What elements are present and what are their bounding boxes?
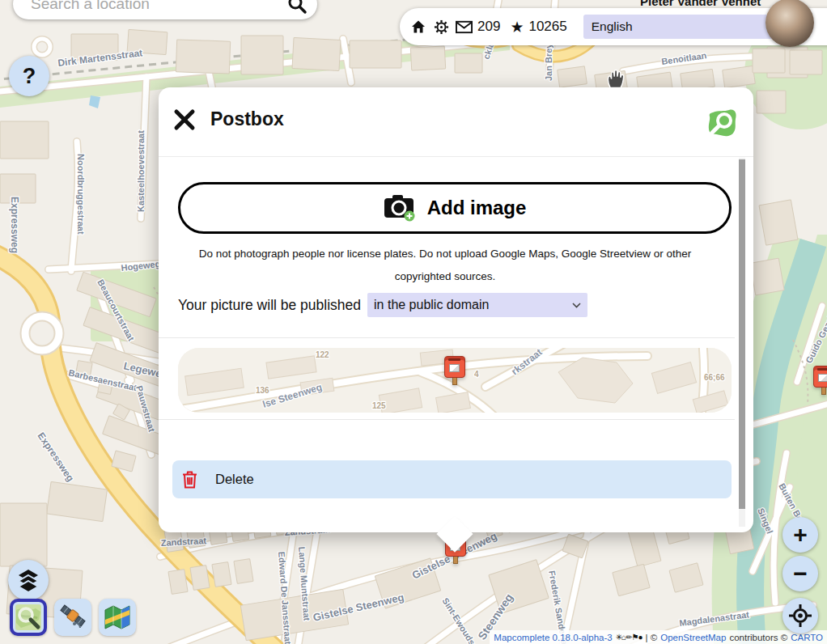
postbox-body — [444, 356, 465, 378]
style-satellite-button[interactable] — [54, 599, 91, 636]
delete-button[interactable]: Delete — [172, 460, 732, 498]
license-row: Your picture will be published in the pu… — [178, 293, 587, 317]
postbox-marker[interactable] — [444, 356, 465, 385]
postbox-slot — [448, 358, 460, 361]
svg-text:4: 4 — [474, 370, 479, 379]
camera-plus-icon — [384, 194, 416, 222]
zoom-in-button[interactable]: + — [782, 517, 818, 553]
svg-text:122: 122 — [316, 350, 329, 359]
folded-map-icon — [104, 604, 131, 631]
layers-icon — [16, 568, 40, 592]
search-input[interactable] — [29, 0, 286, 14]
star-icon: ★ — [510, 19, 524, 35]
osm-carto-icon — [15, 604, 42, 631]
crosshair-icon — [788, 604, 812, 628]
svg-text:136: 136 — [256, 386, 269, 395]
attribution-contributors: contributors © — [729, 633, 787, 642]
chevron-down-icon — [572, 303, 581, 308]
minus-icon: − — [793, 560, 808, 587]
license-select[interactable]: in the public domain — [367, 293, 587, 317]
satellite-icon — [59, 604, 87, 631]
user-name[interactable]: Pieter Vander Vennet — [640, 0, 761, 8]
carto-link[interactable]: CARTO — [791, 633, 823, 642]
help-button[interactable]: ? — [9, 56, 49, 96]
plus-icon: + — [793, 521, 808, 549]
geolocate-button[interactable] — [782, 598, 818, 633]
user-avatar[interactable] — [766, 0, 814, 47]
postbox-envelope — [449, 364, 460, 372]
grab-hand-cursor — [604, 66, 626, 91]
dialog-scrollbar-thumb[interactable] — [739, 159, 745, 509]
language-select[interactable]: English — [583, 15, 784, 39]
background-style-switcher — [10, 599, 136, 636]
style-map-button[interactable] — [99, 599, 136, 636]
add-image-button[interactable]: Add image — [178, 182, 732, 234]
question-mark-icon: ? — [23, 64, 36, 89]
style-osm-button[interactable] — [10, 599, 47, 636]
delete-label: Delete — [215, 472, 254, 487]
mapcomplete-logo-icon — [708, 108, 737, 138]
dialog-title: Postbox — [210, 108, 284, 130]
trash-icon — [182, 471, 197, 489]
svg-text:66;66: 66;66 — [704, 373, 725, 382]
dialog-body: Add image Do not photograph people nor l… — [159, 157, 735, 532]
attribution-separator: | © — [646, 633, 658, 642]
license-label: Your picture will be published — [178, 297, 361, 314]
search-bar[interactable] — [13, 0, 317, 19]
language-selected: English — [592, 19, 633, 34]
add-image-label: Add image — [427, 197, 527, 219]
messages-count[interactable]: 209 — [477, 19, 500, 35]
search-icon[interactable] — [286, 0, 307, 15]
postbox-dialog: Postbox Add image Do not pho — [159, 87, 753, 532]
user-toolbar: 209 ★ 10265 English — [400, 8, 827, 45]
svg-text:125: 125 — [372, 401, 386, 410]
dialog-header: Postbox — [159, 87, 753, 156]
messages-envelope-icon[interactable] — [455, 18, 473, 36]
close-icon[interactable] — [172, 108, 197, 132]
image-disclaimer: Do not photograph people nor license pla… — [170, 243, 720, 288]
home-icon[interactable] — [409, 18, 427, 36]
mapcomplete-version-link[interactable]: Mapcomplete 0.18.0-alpha-3 — [494, 633, 612, 642]
zoom-out-button[interactable]: − — [782, 556, 818, 591]
minimap[interactable]: 122136lse Steenweg1254rkstraat66;66 — [178, 348, 732, 413]
mapcomplete-app: Dirk MartensstraatNoordbruggestraatKaste… — [0, 0, 827, 644]
changesets-count[interactable]: 10265 — [528, 19, 566, 35]
svg-text:Expressweg: Expressweg — [9, 197, 20, 253]
divider — [159, 337, 735, 338]
divider — [159, 419, 735, 420]
svg-text:Kasteelhoevestraat: Kasteelhoevestraat — [136, 130, 146, 212]
settings-gear-icon[interactable] — [432, 18, 450, 36]
attribution-icons[interactable]: ✳⌂✏⚑● — [616, 633, 643, 642]
openstreetmap-link[interactable]: OpenStreetMap — [660, 633, 726, 642]
license-selected: in the public domain — [374, 298, 489, 312]
map-attribution: Mapcomplete 0.18.0-alpha-3 ✳⌂✏⚑● | © Ope… — [490, 630, 827, 644]
layers-button[interactable] — [8, 560, 49, 600]
svg-text:Noordbruggestraat: Noordbruggestraat — [76, 154, 86, 235]
